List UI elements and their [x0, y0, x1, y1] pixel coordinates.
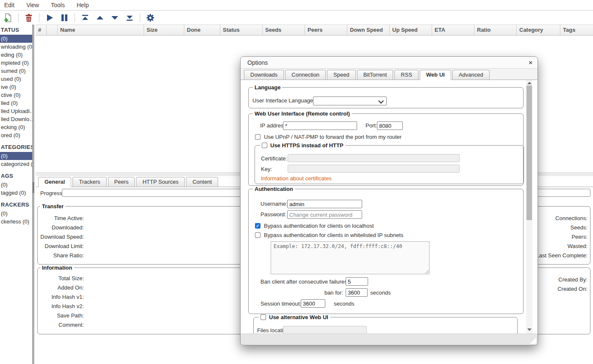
- tab-connection[interactable]: Connection: [285, 70, 326, 80]
- column-eta[interactable]: ETA: [432, 25, 474, 35]
- save-path-label: Save Path:: [39, 312, 84, 320]
- key-input[interactable]: [288, 165, 460, 173]
- sidebar-item-active[interactable]: ive (0): [0, 83, 32, 91]
- tab-http-sources[interactable]: HTTP Sources: [136, 177, 185, 187]
- tab-downloads[interactable]: Downloads: [244, 70, 284, 80]
- certificates-info-link[interactable]: Information about certificates: [261, 175, 332, 182]
- sidebar-item-resumed[interactable]: sumed (0): [0, 67, 32, 75]
- sidebar-splitter-handle[interactable]: [33, 182, 34, 193]
- ip-address-input[interactable]: [283, 121, 357, 130]
- sidebar-item-stalled-uploading[interactable]: lled Uploadi…: [0, 107, 32, 115]
- menu-view[interactable]: View: [26, 2, 39, 8]
- upnp-checkbox[interactable]: [255, 134, 260, 140]
- column-peers[interactable]: Peers: [305, 25, 347, 35]
- scroll-down-icon[interactable]: [527, 328, 532, 331]
- column-size[interactable]: Size: [144, 25, 184, 35]
- add-torrent-file-button[interactable]: [3, 13, 13, 22]
- sidebar-item-untagged[interactable]: tagged (0): [0, 189, 32, 197]
- tab-bittorrent[interactable]: BitTorrent: [357, 70, 393, 80]
- sidebar-item-all-trackers[interactable]: (0): [0, 210, 32, 218]
- column-up-speed[interactable]: Up Speed: [390, 25, 432, 35]
- dialog-resize-handle[interactable]: [530, 337, 536, 344]
- scroll-up-icon[interactable]: [527, 82, 532, 84]
- ban-for-input[interactable]: [346, 288, 368, 297]
- whitelist-subnets-textarea[interactable]: [271, 241, 430, 274]
- alt-webui-checkbox[interactable]: [260, 314, 266, 320]
- sidebar-header-trackers: RACKERS: [0, 202, 32, 208]
- ban-failures-input[interactable]: [346, 277, 368, 286]
- column-name[interactable]: Name: [58, 25, 144, 35]
- tab-rss[interactable]: RSS: [394, 70, 418, 80]
- dialog-title-bar[interactable]: Options ×: [241, 57, 538, 69]
- move-to-top-button[interactable]: [80, 13, 90, 22]
- certificate-label: Certificate:: [261, 155, 287, 163]
- certificate-input[interactable]: [288, 154, 460, 162]
- column-tags[interactable]: Tags: [560, 25, 593, 35]
- sidebar-item-all-tags[interactable]: (0): [0, 181, 32, 189]
- column-down-speed[interactable]: Down Speed: [347, 25, 390, 35]
- column-category[interactable]: Category: [517, 25, 560, 35]
- language-fieldset: Language User Interface Language:: [248, 87, 524, 108]
- resume-button[interactable]: [45, 13, 54, 22]
- sidebar-item-paused[interactable]: used (0): [0, 75, 32, 83]
- options-button[interactable]: [146, 13, 155, 22]
- password-input[interactable]: [287, 210, 362, 219]
- total-size-label: Total Size:: [39, 275, 84, 282]
- toolbar: [0, 11, 593, 25]
- menu-edit[interactable]: Edit: [4, 2, 14, 8]
- https-checkbox[interactable]: [262, 143, 267, 148]
- sidebar-item-checking[interactable]: ecking (0): [0, 123, 32, 131]
- sidebar-item-seeding[interactable]: eding (0): [0, 51, 32, 59]
- sidebar-item-all-categories[interactable]: (0): [0, 152, 32, 160]
- files-location-input[interactable]: [283, 326, 367, 334]
- sidebar-item-all-status[interactable]: (0): [0, 35, 32, 43]
- session-timeout-label: Session timeout:: [260, 300, 301, 308]
- info-hash-v1-label: Info Hash v1:: [39, 293, 84, 301]
- tab-general[interactable]: General: [38, 177, 71, 187]
- move-down-button[interactable]: [110, 13, 119, 22]
- tab-speed[interactable]: Speed: [327, 70, 356, 80]
- tab-trackers[interactable]: Trackers: [72, 177, 106, 187]
- sidebar-item-downloading[interactable]: wnloading (0): [0, 43, 32, 51]
- port-input[interactable]: [377, 121, 403, 130]
- sidebar-item-errored[interactable]: ored (0): [0, 131, 32, 139]
- textarea-resize-handle[interactable]: [425, 270, 429, 274]
- close-icon[interactable]: ×: [529, 59, 532, 66]
- move-to-bottom-button[interactable]: [125, 13, 134, 22]
- column-number[interactable]: #: [36, 25, 47, 35]
- ui-language-select[interactable]: [313, 97, 387, 105]
- sidebar-splitter[interactable]: [32, 25, 34, 364]
- delete-button[interactable]: [24, 13, 33, 22]
- scrollbar-thumb[interactable]: [526, 85, 532, 220]
- bypass-subnets-checkbox[interactable]: [255, 232, 260, 238]
- sidebar-item-stalled-downloading[interactable]: lled Downlo…: [0, 115, 32, 123]
- column-seeds[interactable]: Seeds: [263, 25, 305, 35]
- toolbar-separator: [18, 13, 19, 22]
- column-ratio[interactable]: Ratio: [474, 25, 517, 35]
- username-input[interactable]: [287, 200, 362, 208]
- tab-peers[interactable]: Peers: [108, 177, 135, 187]
- sidebar-item-stalled[interactable]: lled (0): [0, 99, 32, 107]
- column-icon[interactable]: [47, 25, 58, 35]
- move-to-bottom-icon: [125, 13, 134, 22]
- column-status[interactable]: Status: [220, 25, 263, 35]
- move-up-button[interactable]: [95, 13, 105, 22]
- sidebar-item-uncategorized[interactable]: categorized (0): [0, 160, 32, 168]
- sidebar-item-completed[interactable]: mpleted (0): [0, 59, 32, 67]
- bypass-localhost-checkbox[interactable]: [255, 223, 260, 229]
- dialog-scrollbar[interactable]: [526, 80, 532, 334]
- sidebar-item-trackerless[interactable]: ckerless (0): [0, 218, 32, 226]
- language-legend: Language: [253, 84, 282, 91]
- tab-web-ui[interactable]: Web UI: [420, 70, 451, 80]
- pause-icon: [60, 13, 69, 22]
- pause-button[interactable]: [60, 13, 69, 22]
- progress-label: Progress:: [40, 190, 64, 197]
- tab-advanced[interactable]: Advanced: [452, 70, 490, 80]
- column-done[interactable]: Done: [184, 25, 220, 35]
- menu-help[interactable]: Help: [77, 2, 89, 8]
- menu-tools[interactable]: Tools: [51, 2, 65, 8]
- download-speed-label: Download Speed:: [39, 233, 84, 241]
- tab-content[interactable]: Content: [186, 177, 218, 187]
- session-timeout-input[interactable]: [301, 299, 325, 308]
- sidebar-item-inactive[interactable]: ctive (0): [0, 91, 32, 99]
